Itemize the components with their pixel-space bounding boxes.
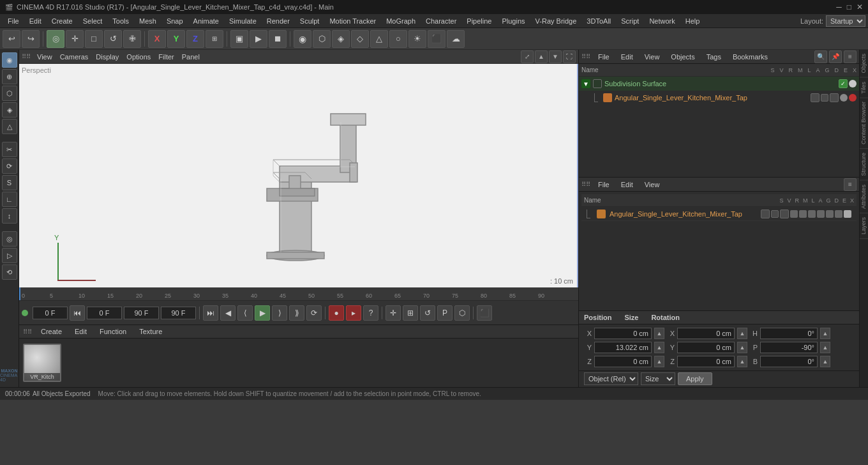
coord-b-rot-up[interactable]: ▲ — [820, 356, 830, 367]
vp-ctrl-expand[interactable]: ⤢ — [521, 50, 534, 63]
tool-1[interactable]: ✂ — [2, 142, 17, 157]
mat-menu-edit[interactable]: Edit — [71, 324, 91, 339]
view-menu-filter[interactable]: Filter — [154, 50, 177, 64]
far-right-tab-tiles[interactable]: Tiles — [860, 78, 868, 98]
start-frame-input[interactable] — [87, 307, 122, 319]
param-tl-btn[interactable]: P — [437, 305, 453, 321]
effector-btn[interactable]: △ — [370, 30, 388, 48]
tool-3[interactable]: S — [2, 175, 17, 190]
obj-ren-2[interactable] — [830, 93, 839, 102]
tool-points[interactable]: ⬡ — [2, 86, 17, 101]
view-menu-view[interactable]: View — [33, 50, 56, 64]
close-btn[interactable]: ✕ — [857, 3, 863, 11]
obj-menu-objects[interactable]: Objects — [667, 50, 698, 64]
step-next-btn[interactable]: ⟩ — [272, 305, 287, 321]
layout-dropdown[interactable]: Startup — [826, 15, 865, 27]
tool-select[interactable]: ◉ — [2, 52, 17, 68]
obj-search-btn[interactable]: 🔍 — [814, 50, 827, 63]
coord-x-size[interactable] — [677, 328, 735, 339]
attr-menu-view[interactable]: View — [641, 178, 664, 192]
minimize-btn[interactable]: ─ — [836, 3, 842, 11]
coord-y-pos-up[interactable]: ▲ — [654, 342, 664, 353]
view-menu-panel[interactable]: Panel — [178, 50, 204, 64]
nurbs-btn[interactable]: ◈ — [332, 30, 350, 48]
menu-select[interactable]: Select — [78, 14, 108, 28]
menu-vray[interactable]: V-Ray Bridge — [530, 14, 582, 28]
rotate-tool-btn[interactable]: ↺ — [104, 30, 122, 48]
view-menu-display[interactable]: Display — [92, 50, 123, 64]
menu-pipeline[interactable]: Pipeline — [461, 14, 497, 28]
render-picture-btn[interactable]: ⏹ — [269, 30, 287, 48]
current-frame-input[interactable] — [33, 307, 68, 319]
tool-move[interactable]: ⊕ — [2, 69, 17, 84]
coord-z-pos[interactable] — [594, 356, 652, 367]
far-right-tab-layers[interactable]: Layers — [860, 213, 868, 239]
y-axis-btn[interactable]: Y — [167, 30, 185, 48]
spline-btn[interactable]: ⬡ — [313, 30, 331, 48]
x-axis-btn[interactable]: X — [148, 30, 166, 48]
floor-btn[interactable]: ⬛ — [428, 30, 445, 48]
tool-7[interactable]: ▷ — [2, 248, 17, 263]
scale-tool-btn[interactable]: □ — [85, 30, 103, 48]
tool-6[interactable]: ◎ — [2, 231, 17, 247]
mat-menu-function[interactable]: Function — [96, 324, 130, 339]
deform-btn[interactable]: ◇ — [351, 30, 369, 48]
obj-menu-file[interactable]: File — [594, 50, 613, 64]
coord-p-rot-up[interactable]: ▲ — [820, 342, 830, 353]
rot-tl-btn[interactable]: ↺ — [420, 305, 435, 321]
goto-end-btn[interactable]: ⟫ — [289, 305, 304, 321]
attr-menu-edit[interactable]: Edit — [617, 178, 637, 192]
tool-polys[interactable]: △ — [2, 119, 17, 134]
goto-start-btn[interactable]: ⏭ — [203, 305, 218, 321]
vp-ctrl-maximize[interactable]: ⛶ — [563, 50, 576, 63]
undo-btn[interactable]: ↩ — [3, 30, 20, 48]
menu-3dtoall[interactable]: 3DToAll — [581, 14, 616, 28]
view-menu-cameras[interactable]: Cameras — [56, 50, 93, 64]
menu-help[interactable]: Help — [680, 14, 705, 28]
menu-animate[interactable]: Animate — [188, 14, 224, 28]
obj-visible-1[interactable]: ✓ — [839, 79, 848, 88]
menu-file[interactable]: File — [3, 14, 24, 28]
obj-more-btn[interactable]: ≡ — [844, 50, 857, 63]
coord-z-pos-up[interactable]: ▲ — [654, 356, 664, 367]
tool-4[interactable]: ∟ — [2, 192, 17, 207]
coord-x-size-up[interactable]: ▲ — [737, 328, 747, 339]
obj-pin-btn[interactable]: 📌 — [829, 50, 842, 63]
attr-obj-row-1[interactable]: Angular_Single_Lever_Kitchen_Mixer_Tap — [581, 207, 857, 221]
tool-8[interactable]: ⟲ — [2, 264, 17, 280]
menu-render[interactable]: Render — [262, 14, 295, 28]
coord-h-rot[interactable] — [760, 328, 818, 339]
obj-row-subdivision[interactable]: ▼ Subdivision Surface ✓ — [579, 77, 859, 91]
tool-edges[interactable]: ◈ — [2, 102, 17, 118]
fps-frame-input[interactable] — [161, 307, 196, 319]
help-btn[interactable]: ? — [363, 305, 378, 321]
obj-row-mixer[interactable]: Angular_Single_Lever_Kitchen_Mixer_Tap — [579, 91, 859, 105]
prev-keyframe-btn[interactable]: ⏮ — [70, 305, 85, 321]
menu-simulate[interactable]: Simulate — [224, 14, 262, 28]
attr-vis-1[interactable] — [761, 210, 770, 218]
redo-btn[interactable]: ↪ — [22, 30, 40, 48]
camera-btn[interactable]: ○ — [389, 30, 407, 48]
coord-y-size[interactable] — [677, 342, 735, 353]
world-btn[interactable]: ⊞ — [206, 30, 223, 48]
coord-z-size[interactable] — [677, 356, 735, 367]
apply-button[interactable]: Apply — [678, 372, 712, 385]
loop-btn[interactable]: ⟳ — [306, 305, 322, 321]
obj-expand-1[interactable]: ▼ — [581, 79, 590, 88]
size-dropdown[interactable]: Size Scale — [641, 372, 675, 385]
z-axis-btn[interactable]: Z — [186, 30, 204, 48]
menu-tools[interactable]: Tools — [107, 14, 134, 28]
menu-mograph[interactable]: MoGraph — [381, 14, 421, 28]
far-right-tab-attributes[interactable]: Attributes — [860, 181, 868, 213]
menu-network[interactable]: Network — [644, 14, 680, 28]
key-btn[interactable]: ⬡ — [454, 305, 470, 321]
obj-cam-2[interactable] — [821, 94, 828, 102]
coord-b-rot[interactable] — [760, 356, 818, 367]
far-right-tab-structure[interactable]: Structure — [860, 149, 868, 181]
menu-create[interactable]: Create — [47, 14, 78, 28]
maximize-btn[interactable]: □ — [847, 3, 851, 11]
render-region-btn[interactable]: ▣ — [230, 30, 248, 48]
viewport-3d[interactable]: Perspecti Y : 10 cm — [19, 64, 578, 287]
record-btn[interactable]: ● — [329, 305, 344, 321]
view-menu-options[interactable]: Options — [123, 50, 154, 64]
